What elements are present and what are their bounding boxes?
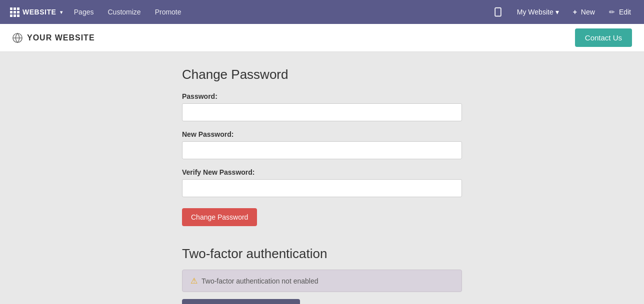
site-logo: YOUR WEBSITE [12, 32, 95, 43]
warning-icon: ⚠ [190, 276, 198, 286]
pencil-icon [609, 8, 617, 16]
change-password-section: Change Password Password: New Password: … [182, 67, 462, 241]
globe-icon [12, 32, 23, 43]
two-factor-title: Two-factor authentication [182, 246, 462, 262]
my-website-nav[interactable]: My Website ▾ [510, 0, 566, 24]
promote-nav-item[interactable]: Promote [148, 0, 188, 24]
customize-nav-item[interactable]: Customize [100, 0, 148, 24]
my-website-label: My Website [517, 8, 554, 16]
verify-password-form-group: Verify New Password: [182, 168, 462, 197]
new-password-input[interactable] [182, 141, 462, 159]
svg-rect-0 [495, 8, 501, 16]
tfa-alert-text: Two-factor authentication not enabled [202, 277, 318, 285]
brand-dropdown-arrow: ▾ [60, 9, 63, 15]
tfa-alert: ⚠ Two-factor authentication not enabled [182, 270, 462, 292]
device-icon[interactable] [486, 0, 510, 24]
contact-us-button[interactable]: Contact Us [575, 28, 632, 47]
edit-label: Edit [619, 8, 631, 16]
new-nav-item[interactable]: New [566, 0, 602, 24]
verify-password-label: Verify New Password: [182, 168, 462, 176]
plus-icon [573, 8, 579, 16]
top-navigation: WEBSITE ▾ Pages Customize Promote My Web… [0, 0, 644, 24]
main-content: Change Password Password: New Password: … [0, 52, 644, 304]
change-password-button[interactable]: Change Password [182, 208, 257, 226]
edit-nav-item[interactable]: Edit [602, 0, 638, 24]
password-label: Password: [182, 92, 462, 100]
website-brand[interactable]: WEBSITE ▾ [6, 7, 67, 17]
new-password-form-group: New Password: [182, 130, 462, 159]
change-password-title: Change Password [182, 67, 462, 82]
new-label: New [581, 8, 595, 16]
pages-nav-item[interactable]: Pages [67, 0, 101, 24]
enable-tfa-button[interactable]: Enable two-factor authentication [182, 299, 300, 304]
site-header: YOUR WEBSITE Contact Us [0, 24, 644, 52]
brand-label: WEBSITE [22, 8, 56, 16]
site-logo-text: YOUR WEBSITE [27, 33, 95, 42]
new-password-label: New Password: [182, 130, 462, 138]
form-container: Change Password Password: New Password: … [182, 67, 462, 304]
nav-right-section: My Website ▾ New Edit [486, 0, 638, 24]
grid-icon [10, 7, 20, 17]
password-input[interactable] [182, 103, 462, 121]
my-website-arrow: ▾ [556, 8, 559, 16]
password-form-group: Password: [182, 92, 462, 121]
verify-password-input[interactable] [182, 179, 462, 197]
two-factor-section: Two-factor authentication ⚠ Two-factor a… [182, 246, 462, 304]
